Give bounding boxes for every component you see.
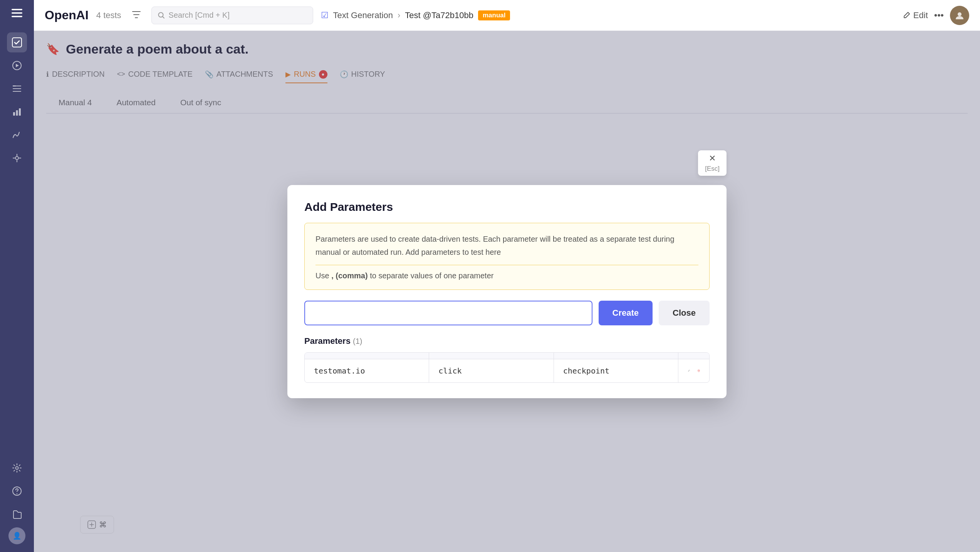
sidebar-item-suites[interactable] <box>7 79 27 99</box>
breadcrumb-current: Test @Ta72b10bb <box>405 10 473 20</box>
info-hint-keyword: , (comma) <box>331 271 368 280</box>
breadcrumb-icon: ☑ <box>321 10 329 20</box>
svg-rect-6 <box>16 110 18 116</box>
breadcrumb-separator: › <box>398 10 400 20</box>
esc-label: [Esc] <box>705 165 720 173</box>
delete-param-icon[interactable] <box>698 367 700 375</box>
sidebar-item-integrations[interactable] <box>7 148 27 168</box>
param-col3: checkpoint <box>554 359 678 382</box>
sidebar-item-settings[interactable] <box>7 458 27 478</box>
info-hint-suffix: to separate values of one parameter <box>368 271 494 280</box>
modal-overlay: ✕ [Esc] Add Parameters Parameters are us… <box>34 31 980 552</box>
svg-point-8 <box>15 157 18 160</box>
info-separator <box>315 265 698 265</box>
sidebar-item-help[interactable] <box>7 481 27 501</box>
edit-param-icon[interactable] <box>688 367 690 375</box>
params-count: (1) <box>353 337 362 345</box>
content-area: 🔖 Generate a poem about a cat. ℹ DESCRIP… <box>34 31 980 552</box>
breadcrumb-parent[interactable]: Text Generation <box>333 10 393 20</box>
info-hint: Use , (comma) to separate values of one … <box>315 271 698 280</box>
sidebar: 👤 <box>0 0 34 552</box>
sidebar-item-reports[interactable] <box>7 102 27 122</box>
search-placeholder: Search [Cmd + K] <box>169 11 230 20</box>
svg-point-11 <box>17 493 17 494</box>
sidebar-item-analytics[interactable] <box>7 125 27 145</box>
svg-point-9 <box>16 467 18 470</box>
svg-rect-3 <box>12 38 22 47</box>
add-parameters-modal: Add Parameters Parameters are used to cr… <box>287 185 727 398</box>
info-hint-prefix: Use <box>315 271 331 280</box>
sidebar-item-files[interactable] <box>7 504 27 524</box>
info-text: Parameters are used to create data-drive… <box>315 232 698 259</box>
topbar: OpenAI 4 tests Search [Cmd + K] ☑ Text G… <box>34 0 980 31</box>
parameter-input[interactable] <box>304 301 592 325</box>
params-table: testomat.io click checkpoint <box>304 352 710 383</box>
sidebar-item-runs[interactable] <box>7 56 27 76</box>
more-button[interactable]: ••• <box>934 10 944 21</box>
app-title: OpenAI <box>45 8 89 22</box>
filter-button[interactable] <box>129 7 144 24</box>
input-row: Create Close <box>304 301 710 325</box>
sidebar-item-tests[interactable] <box>7 32 27 52</box>
svg-rect-0 <box>12 9 22 10</box>
svg-point-13 <box>958 12 962 16</box>
search-bar[interactable]: Search [Cmd + K] <box>151 7 313 24</box>
param-col2: click <box>429 359 554 382</box>
close-x-icon: ✕ <box>709 153 716 163</box>
user-avatar-topbar[interactable] <box>950 6 969 25</box>
svg-rect-2 <box>12 16 22 17</box>
param-actions <box>678 359 709 382</box>
tests-count: 4 tests <box>96 10 121 20</box>
parameters-section: Parameters (1) <box>304 336 710 383</box>
params-header: Parameters (1) <box>304 336 710 346</box>
table-row: testomat.io click checkpoint <box>305 359 709 382</box>
param-col1: testomat.io <box>305 359 429 382</box>
breadcrumb: ☑ Text Generation › Test @Ta72b10bb manu… <box>321 10 895 20</box>
esc-button[interactable]: ✕ [Esc] <box>698 150 727 176</box>
svg-rect-7 <box>19 108 21 116</box>
svg-rect-5 <box>13 112 15 116</box>
close-button[interactable]: Close <box>659 301 710 325</box>
create-button[interactable]: Create <box>599 301 653 325</box>
main-content: OpenAI 4 tests Search [Cmd + K] ☑ Text G… <box>34 0 980 552</box>
modal-title: Add Parameters <box>304 200 710 214</box>
badge-manual: manual <box>478 10 510 20</box>
params-header-row <box>305 353 709 359</box>
svg-rect-1 <box>12 12 22 14</box>
info-box: Parameters are used to create data-drive… <box>304 223 710 290</box>
user-avatar-sidebar[interactable]: 👤 <box>8 527 25 544</box>
edit-button[interactable]: Edit <box>903 10 928 20</box>
topbar-actions: Edit ••• <box>903 6 969 25</box>
hamburger-icon[interactable] <box>12 8 22 20</box>
